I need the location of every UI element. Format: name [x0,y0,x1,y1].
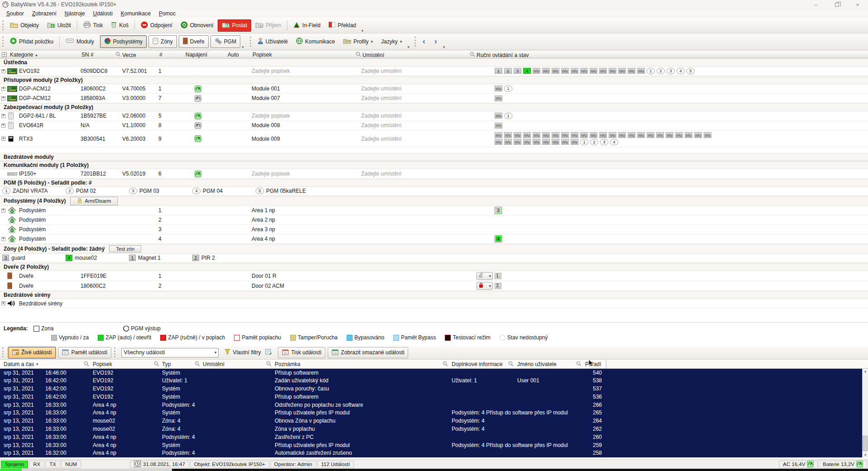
preklad-button[interactable]: Překlad [324,19,360,31]
event-row[interactable]: srp 13, 202116:32:00Area 4 npPodsystém: … [0,449,868,457]
expand-icon[interactable] [1,114,5,118]
door-lock-dropdown[interactable]: ▾ [477,272,493,280]
expand-icon[interactable] [1,209,5,213]
zone-chip[interactable]: 1Magnet 1 [129,255,161,261]
search-icon[interactable] [443,361,448,366]
scroll-down-icon[interactable]: ▼ [864,453,867,457]
zone-chip[interactable]: 4mouse02 [66,255,97,261]
search-icon[interactable] [195,361,200,366]
module-description[interactable]: Module 009 [252,136,361,142]
infield-button[interactable]: In-Field [289,19,324,32]
event-col-3[interactable]: Umístění [203,361,224,367]
expand-icon[interactable] [1,87,5,91]
select-all-grid-icon[interactable] [2,52,7,57]
area-row[interactable]: Podsystém1Area 1 np3 [0,206,868,215]
show-deleted-events-button[interactable]: Zobrazit smazané události [328,347,408,358]
area-description[interactable]: Area 3 np [252,226,361,233]
menu-item-5[interactable]: Pomoc [155,10,179,17]
event-row[interactable]: srp 13, 202116:33:00Area 4 npSystémPříst… [0,441,868,449]
event-col-4[interactable]: Poznámka [275,361,300,367]
menu-item-2[interactable]: Nástroje [61,10,89,17]
module-location[interactable]: Zadejte umístění [361,122,491,128]
menu-item-0[interactable]: Soubor [3,10,28,17]
module-location[interactable]: Zadejte umístění [361,136,491,142]
module-row[interactable]: DGP-ACM121858093AV3.000007Module 007Zade… [0,94,868,103]
menu-item-3[interactable]: Události [89,10,116,17]
module-location[interactable]: Zadejte umístění [361,86,491,92]
custom-filters-button[interactable]: Vlastní filtry [221,347,264,357]
event-row[interactable]: srp 31, 202116:42:00EVO192SystémObnova p… [0,385,868,393]
pgm-chip[interactable]: 1ZADNI VRATA [2,188,48,194]
live-events-button[interactable]: Živé události [8,347,56,358]
uzivatele-button[interactable]: Uživatelé [253,35,292,48]
module-row[interactable]: EVO1920509DDC8V7.52.0011Zadejte popisekZ… [0,67,868,76]
tab-dvere[interactable]: Dveře [179,35,209,48]
module-description[interactable]: Module 001 [252,86,361,92]
event-row[interactable]: srp 13, 202116:33:00mouse02Zóna: 4Zóna v… [0,425,868,433]
expand-icon[interactable] [1,137,5,141]
tab-zony[interactable]: Zóny [148,35,177,48]
module-description[interactable]: Module 008 [252,122,361,128]
komunikace-button[interactable]: Komunikace [292,35,339,48]
add-item-button[interactable]: Přidat položku [6,35,57,48]
module-row[interactable]: DGP-ACM12180600C2V4.700051Module 001Zade… [0,84,868,94]
search-icon[interactable] [115,52,121,58]
module-row[interactable]: DGP2-641 / BL1B5927BEV2.060005Zadejte po… [0,111,868,121]
event-row[interactable]: srp 13, 202116:33:00Area 4 npPodsystém: … [0,433,868,441]
toolbar-overflow-icon[interactable]: ▾ [242,45,244,49]
ulozit-button[interactable]: Uložit [43,19,75,32]
restore-button[interactable] [826,0,847,9]
door-description[interactable]: Door 01 R [252,273,361,279]
search-icon[interactable] [470,52,475,58]
door-row[interactable]: Dveře1FFE019E1Door 01 R▾1. [0,271,868,281]
prijem-button[interactable]: Přijem [251,19,285,32]
area-row[interactable]: Podsystém3Area 3 np [0,225,868,234]
profily-button[interactable]: Profily▾ [339,36,377,48]
expand-icon[interactable] [1,301,5,305]
area-description[interactable]: Area 1 np [252,207,361,214]
event-row[interactable]: srp 31, 202116:42:00EVO192SystémPřístup … [0,393,868,401]
zone-chip[interactable]: 2PIR 2 [192,255,215,261]
col-kategorie[interactable]: Kategorie▲ [10,52,38,58]
search-icon[interactable] [154,361,159,366]
objekty-button[interactable]: Objekty [6,19,43,32]
expand-icon[interactable] [1,237,5,241]
print-events-button[interactable]: Tisk událostí [278,347,325,358]
toolbar-overflow-icon[interactable]: ▾ [407,45,410,49]
menu-item-1[interactable]: Zobrazení [29,10,60,17]
test-zon-button[interactable]: Test zón [109,245,141,252]
menu-item-4[interactable]: Komunikace [117,10,154,17]
event-col-1[interactable]: Popisek [93,361,112,367]
module-row[interactable]: IP150+7201BB12V5.020196Zadejte popisekZa… [0,169,868,179]
event-col-2[interactable]: Typ [162,361,171,367]
module-location[interactable]: Zadejte umístění [361,68,491,74]
expand-icon[interactable] [1,69,5,73]
col-verze[interactable]: Verze [115,52,136,58]
module-description[interactable]: Zadejte popisek [252,113,361,119]
pgm-chip[interactable]: 2PGM 02 [66,188,96,194]
scroll-up-icon[interactable]: ▲ [864,370,867,373]
module-row[interactable]: EVO641RN/AV1.100008Module 008Zadejte umí… [0,121,868,130]
col-sn[interactable]: SN # [81,52,94,58]
nav-back-button[interactable]: ‹ [418,36,430,47]
tab-podsystemy[interactable]: Podsystémy [100,35,147,48]
toolbar-overflow-icon[interactable]: ▾ [362,29,364,33]
events-scrollbar[interactable]: ▲ ▼ [862,369,868,457]
event-col-0[interactable]: Datum a čas▼ [4,361,39,367]
jazyky-button[interactable]: Jazyky▾ [377,36,406,47]
door-description[interactable]: Door 02 ACM [252,283,361,289]
search-icon[interactable] [266,361,272,366]
pgm-chip[interactable]: 5PGM 05kaRELE [256,188,306,194]
area-row[interactable]: Podsystém2Area 2 np [0,215,868,225]
scrollbar-thumb[interactable] [863,436,868,451]
col-auto[interactable]: Auto [228,52,239,58]
event-row[interactable]: srp 31, 202116:46:00EVO192SystémPřístup … [0,369,868,377]
module-row[interactable]: RTX33B300541V6.200039Module 009Zadejte u… [0,130,868,147]
area-description[interactable]: Area 2 np [252,217,361,223]
event-row[interactable]: srp 31, 202116:42:00EVO192Uživatel: 1Zad… [0,377,868,385]
close-button[interactable]: × [847,0,868,9]
col-num[interactable]: # [159,52,162,58]
pgm-chip[interactable]: 4PGM 04 [192,188,223,194]
module-description[interactable]: Zadejte popisek [252,68,361,74]
filter-edit-icon[interactable] [265,349,272,357]
